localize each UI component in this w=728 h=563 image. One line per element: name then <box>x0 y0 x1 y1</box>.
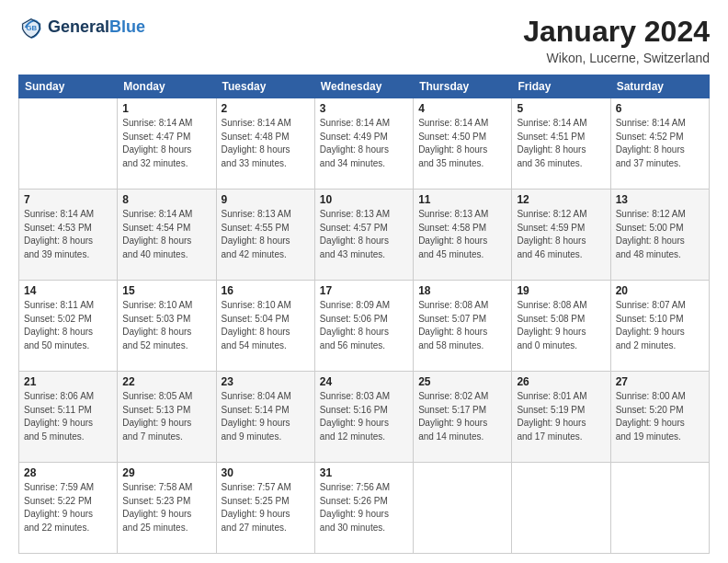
day-info: Sunrise: 8:04 AMSunset: 5:14 PMDaylight:… <box>222 390 310 443</box>
calendar-cell: 11Sunrise: 8:13 AMSunset: 4:58 PMDayligh… <box>414 190 512 281</box>
calendar-cell: 22Sunrise: 8:05 AMSunset: 5:13 PMDayligh… <box>118 372 216 463</box>
logo-text-general: GeneralBlue <box>48 18 145 37</box>
day-info: Sunrise: 8:14 AMSunset: 4:51 PMDaylight:… <box>517 117 605 170</box>
calendar-week-row: 21Sunrise: 8:06 AMSunset: 5:11 PMDayligh… <box>19 372 710 463</box>
day-info: Sunrise: 8:13 AMSunset: 4:55 PMDaylight:… <box>222 208 310 261</box>
svg-text:GB: GB <box>27 24 38 32</box>
day-info: Sunrise: 8:00 AMSunset: 5:20 PMDaylight:… <box>616 390 704 443</box>
day-info: Sunrise: 7:56 AMSunset: 5:26 PMDaylight:… <box>320 481 408 534</box>
calendar-cell <box>610 463 709 554</box>
calendar-cell: 9Sunrise: 8:13 AMSunset: 4:55 PMDaylight… <box>216 190 314 281</box>
calendar-cell: 21Sunrise: 8:06 AMSunset: 5:11 PMDayligh… <box>19 372 118 463</box>
day-info: Sunrise: 8:11 AMSunset: 5:02 PMDaylight:… <box>24 299 112 352</box>
day-number: 12 <box>517 193 605 206</box>
day-number: 3 <box>320 102 408 115</box>
weekday-header: Saturday <box>610 75 709 98</box>
weekday-header: Wednesday <box>314 75 413 98</box>
day-info: Sunrise: 8:08 AMSunset: 5:07 PMDaylight:… <box>418 299 506 352</box>
day-number: 5 <box>517 102 605 115</box>
day-info: Sunrise: 8:14 AMSunset: 4:54 PMDaylight:… <box>122 208 210 261</box>
calendar-cell: 5Sunrise: 8:14 AMSunset: 4:51 PMDaylight… <box>512 98 610 190</box>
day-info: Sunrise: 8:14 AMSunset: 4:49 PMDaylight:… <box>320 117 408 170</box>
day-info: Sunrise: 8:02 AMSunset: 5:17 PMDaylight:… <box>418 390 506 443</box>
calendar-cell: 7Sunrise: 8:14 AMSunset: 4:53 PMDaylight… <box>19 190 118 281</box>
logo: GB GeneralBlue <box>18 15 145 40</box>
day-info: Sunrise: 7:57 AMSunset: 5:25 PMDaylight:… <box>222 481 310 534</box>
day-info: Sunrise: 7:59 AMSunset: 5:22 PMDaylight:… <box>24 481 112 534</box>
day-info: Sunrise: 8:14 AMSunset: 4:53 PMDaylight:… <box>24 208 112 261</box>
calendar-cell: 4Sunrise: 8:14 AMSunset: 4:50 PMDaylight… <box>414 98 512 190</box>
calendar-cell: 28Sunrise: 7:59 AMSunset: 5:22 PMDayligh… <box>19 463 118 554</box>
calendar-cell: 15Sunrise: 8:10 AMSunset: 5:03 PMDayligh… <box>118 281 216 372</box>
day-info: Sunrise: 8:10 AMSunset: 5:04 PMDaylight:… <box>222 299 310 352</box>
calendar-cell: 20Sunrise: 8:07 AMSunset: 5:10 PMDayligh… <box>610 281 709 372</box>
day-number: 4 <box>418 102 506 115</box>
day-info: Sunrise: 8:13 AMSunset: 4:58 PMDaylight:… <box>418 208 506 261</box>
day-info: Sunrise: 8:14 AMSunset: 4:48 PMDaylight:… <box>222 117 310 170</box>
day-number: 7 <box>24 193 112 206</box>
calendar-cell: 18Sunrise: 8:08 AMSunset: 5:07 PMDayligh… <box>414 281 512 372</box>
day-number: 9 <box>222 193 310 206</box>
calendar-week-row: 7Sunrise: 8:14 AMSunset: 4:53 PMDaylight… <box>19 190 710 281</box>
day-info: Sunrise: 7:58 AMSunset: 5:23 PMDaylight:… <box>122 481 210 534</box>
day-info: Sunrise: 8:12 AMSunset: 5:00 PMDaylight:… <box>616 208 704 261</box>
calendar-cell: 24Sunrise: 8:03 AMSunset: 5:16 PMDayligh… <box>314 372 413 463</box>
logo-icon: GB <box>18 15 44 40</box>
calendar-cell: 31Sunrise: 7:56 AMSunset: 5:26 PMDayligh… <box>314 463 413 554</box>
calendar-cell: 19Sunrise: 8:08 AMSunset: 5:08 PMDayligh… <box>512 281 610 372</box>
calendar-cell <box>414 463 512 554</box>
logo-text-block: GeneralBlue <box>48 18 145 37</box>
calendar-cell: 25Sunrise: 8:02 AMSunset: 5:17 PMDayligh… <box>414 372 512 463</box>
page: GB GeneralBlue January 2024 Wikon, Lucer… <box>0 0 728 563</box>
calendar-cell: 29Sunrise: 7:58 AMSunset: 5:23 PMDayligh… <box>118 463 216 554</box>
calendar-table: SundayMondayTuesdayWednesdayThursdayFrid… <box>18 75 710 554</box>
day-info: Sunrise: 8:08 AMSunset: 5:08 PMDaylight:… <box>517 299 605 352</box>
day-info: Sunrise: 8:01 AMSunset: 5:19 PMDaylight:… <box>517 390 605 443</box>
day-number: 6 <box>616 102 704 115</box>
title-block: January 2024 Wikon, Lucerne, Switzerland <box>523 15 710 65</box>
calendar-cell: 13Sunrise: 8:12 AMSunset: 5:00 PMDayligh… <box>610 190 709 281</box>
weekday-header: Tuesday <box>216 75 314 98</box>
day-info: Sunrise: 8:06 AMSunset: 5:11 PMDaylight:… <box>24 390 112 443</box>
day-number: 11 <box>418 193 506 206</box>
day-number: 8 <box>122 193 210 206</box>
calendar-cell <box>512 463 610 554</box>
calendar-week-row: 14Sunrise: 8:11 AMSunset: 5:02 PMDayligh… <box>19 281 710 372</box>
day-number: 31 <box>320 466 408 479</box>
day-info: Sunrise: 8:12 AMSunset: 4:59 PMDaylight:… <box>517 208 605 261</box>
weekday-header: Thursday <box>414 75 512 98</box>
weekday-header: Friday <box>512 75 610 98</box>
day-number: 10 <box>320 193 408 206</box>
day-info: Sunrise: 8:13 AMSunset: 4:57 PMDaylight:… <box>320 208 408 261</box>
day-info: Sunrise: 8:03 AMSunset: 5:16 PMDaylight:… <box>320 390 408 443</box>
page-subtitle: Wikon, Lucerne, Switzerland <box>523 51 710 65</box>
day-number: 14 <box>24 284 112 297</box>
calendar-cell: 30Sunrise: 7:57 AMSunset: 5:25 PMDayligh… <box>216 463 314 554</box>
day-number: 28 <box>24 466 112 479</box>
day-info: Sunrise: 8:10 AMSunset: 5:03 PMDaylight:… <box>122 299 210 352</box>
calendar-cell: 3Sunrise: 8:14 AMSunset: 4:49 PMDaylight… <box>314 98 413 190</box>
calendar-week-row: 28Sunrise: 7:59 AMSunset: 5:22 PMDayligh… <box>19 463 710 554</box>
day-number: 1 <box>122 102 210 115</box>
calendar-cell: 23Sunrise: 8:04 AMSunset: 5:14 PMDayligh… <box>216 372 314 463</box>
day-number: 18 <box>418 284 506 297</box>
day-number: 20 <box>616 284 704 297</box>
page-title: January 2024 <box>523 15 710 49</box>
day-number: 29 <box>122 466 210 479</box>
day-info: Sunrise: 8:09 AMSunset: 5:06 PMDaylight:… <box>320 299 408 352</box>
day-number: 27 <box>616 375 704 388</box>
day-number: 15 <box>122 284 210 297</box>
day-info: Sunrise: 8:07 AMSunset: 5:10 PMDaylight:… <box>616 299 704 352</box>
calendar-cell: 26Sunrise: 8:01 AMSunset: 5:19 PMDayligh… <box>512 372 610 463</box>
weekday-header: Sunday <box>19 75 118 98</box>
calendar-cell: 1Sunrise: 8:14 AMSunset: 4:47 PMDaylight… <box>118 98 216 190</box>
calendar-cell: 2Sunrise: 8:14 AMSunset: 4:48 PMDaylight… <box>216 98 314 190</box>
calendar-cell: 8Sunrise: 8:14 AMSunset: 4:54 PMDaylight… <box>118 190 216 281</box>
day-number: 23 <box>222 375 310 388</box>
header: GB GeneralBlue January 2024 Wikon, Lucer… <box>18 15 710 65</box>
day-number: 22 <box>122 375 210 388</box>
day-info: Sunrise: 8:14 AMSunset: 4:50 PMDaylight:… <box>418 117 506 170</box>
day-number: 17 <box>320 284 408 297</box>
calendar-cell: 14Sunrise: 8:11 AMSunset: 5:02 PMDayligh… <box>19 281 118 372</box>
day-info: Sunrise: 8:05 AMSunset: 5:13 PMDaylight:… <box>122 390 210 443</box>
